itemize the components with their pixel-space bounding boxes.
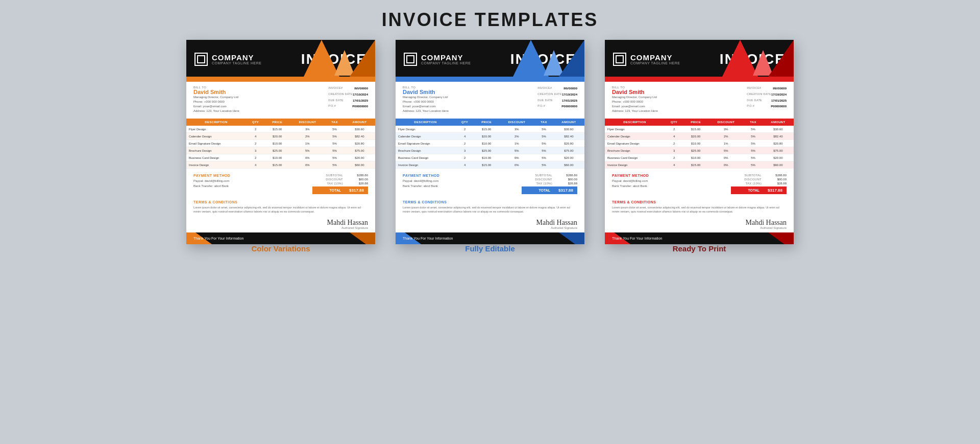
cell-tax-blue-5: 5% xyxy=(535,161,553,169)
cell-amount-blue-2: $20.80 xyxy=(553,140,584,147)
th-amt-r: AMOUNT xyxy=(763,119,794,126)
cell-qty-orange-5: 4 xyxy=(246,161,265,169)
cell-desc-red-4: Business Card Design xyxy=(605,154,665,161)
company-tagline-red: COMPANY TAGLINE HERE xyxy=(630,61,680,65)
terms-text-r: Lorem ipsum dolor sit amet, consectetur … xyxy=(612,205,787,214)
bottom-label-red: Ready To Print xyxy=(673,244,726,253)
total-label-b: TOTAL xyxy=(534,187,554,194)
cell-qty-red-4: 2 xyxy=(665,154,683,161)
cell-amount-red-4: $20.00 xyxy=(763,154,794,161)
table-row: Invoice Design4$15.000%5%$60.00 xyxy=(186,161,375,169)
cell-price-red-5: $15.00 xyxy=(683,161,708,169)
table-row: Invoice Design4$15.000%5%$60.00 xyxy=(396,161,584,169)
tax-val-b: $28.88 xyxy=(559,182,577,185)
th-amt-o: AMOUNT xyxy=(344,119,375,126)
po-label-r: P.O.# xyxy=(747,104,754,109)
signature-area-blue: Mahdi Hassan Authored Signature xyxy=(396,217,584,232)
th-disc-b: DISCOUNT xyxy=(499,119,534,126)
creation-val-b: 17/10/2024 xyxy=(562,92,577,98)
totals-area-blue: SUBTOTAL $288.80 DISCOUNT $00.00 TAX (10… xyxy=(522,174,577,194)
th-disc-o: DISCOUNT xyxy=(289,119,325,126)
table-row: Brochure Design3$25.005%5%$75.00 xyxy=(186,147,375,154)
cell-price-blue-1: $20.00 xyxy=(474,133,499,140)
client-email-blue: Email: youe@email.com xyxy=(403,104,449,109)
cell-tax-orange-0: 5% xyxy=(326,126,344,133)
cell-discount-blue-4: 0% xyxy=(499,154,534,161)
cell-price-red-4: $10.00 xyxy=(683,154,708,161)
items-table-red: DESCRIPTION QTY PRICE DISCOUNT TAX AMOUN… xyxy=(605,119,794,169)
invoice-no-label-r: INVOICE# xyxy=(747,86,761,91)
th-desc-b: DESCRIPTION xyxy=(396,119,455,126)
total-final-red: TOTAL $317.88 xyxy=(731,186,787,194)
bottom-label-blue: Fully Editable xyxy=(465,244,515,253)
cell-qty-orange-2: 2 xyxy=(246,140,265,147)
cell-tax-orange-1: 5% xyxy=(326,133,344,140)
payment-label-red: PAYMENT METHOD xyxy=(612,174,649,177)
cell-amount-orange-0: $30.60 xyxy=(344,126,375,133)
payment-label-blue: PAYMENT METHOD xyxy=(403,174,439,177)
client-phone-blue: Phone: +000 000 0000 xyxy=(403,100,449,104)
client-role-blue: Managing Director, Company Ltd xyxy=(403,95,449,100)
th-qty-o: QTY xyxy=(246,119,265,126)
signature-area-red: Mahdi Hassan Authored Signature xyxy=(605,217,794,232)
bank-blue: Bank Transfer: abcd Bank xyxy=(403,184,439,189)
client-name-orange: David Smith xyxy=(193,89,239,95)
cell-price-blue-2: $10.00 xyxy=(474,140,499,147)
client-address-blue: Address: 123, Your Location Here xyxy=(403,109,449,113)
footer-text-r: Thank You For Your Information xyxy=(612,237,662,240)
payment-method-blue: PAYMENT METHOD Paypal: david@billing.com… xyxy=(403,174,439,194)
cell-amount-orange-3: $75.00 xyxy=(344,147,375,154)
company-logo-blue: COMPANY COMPANY TAGLINE HERE xyxy=(404,53,471,66)
invoice-header-orange: COMPANY COMPANY TAGLINE HERE INVOICE xyxy=(186,40,375,77)
logo-icon-red xyxy=(613,53,626,66)
items-table-orange: DESCRIPTION QTY PRICE DISCOUNT TAX AMOUN… xyxy=(186,119,375,169)
logo-icon-blue xyxy=(404,53,417,66)
cell-desc-red-1: Calender Design xyxy=(605,133,665,140)
table-row: Email Signature Design2$10.001%5%$20.80 xyxy=(605,140,794,147)
th-price-b: PRICE xyxy=(474,119,499,126)
invoice-no-val-r: INV00000 xyxy=(773,86,787,91)
client-role-red: Managing Director, Company Ltd xyxy=(612,95,658,100)
client-phone-orange: Phone: +000 000 0000 xyxy=(193,100,239,104)
tax-label-o: TAX (10%) xyxy=(312,182,343,185)
client-email-red: Email: youe@email.com xyxy=(612,104,658,109)
th-qty-b: QTY xyxy=(455,119,474,126)
signature-label-o: Authored Signature xyxy=(193,226,368,229)
due-val-b: 17/01/2025 xyxy=(562,98,577,104)
company-text-orange: COMPANY COMPANY TAGLINE HERE xyxy=(212,54,261,65)
cell-qty-red-0: 2 xyxy=(665,126,683,133)
cell-desc-red-3: Brochure Design xyxy=(605,147,665,154)
cell-discount-orange-3: 5% xyxy=(289,147,325,154)
signature-text-r: Mahdi Hassan xyxy=(612,219,787,226)
template-red-wrapper: COMPANY COMPANY TAGLINE HERE INVOICE BIL… xyxy=(605,40,794,253)
invoice-no-label-o: INVOICE# xyxy=(328,86,342,91)
po-val-r: P00000000 xyxy=(771,104,787,109)
cell-desc-orange-0: Flyer Design xyxy=(186,126,246,133)
payment-method-orange: PAYMENT METHOD Paypal: david@billing.com… xyxy=(193,174,230,194)
terms-label-r: TERMS & CONDITIONS xyxy=(612,200,787,204)
cell-price-orange-3: $25.00 xyxy=(265,147,289,154)
cell-price-blue-0: $15.00 xyxy=(474,126,499,133)
subtotal-label-o: SUBTOTAL xyxy=(312,174,343,177)
cell-discount-blue-5: 0% xyxy=(499,161,534,169)
invoice-header-blue: COMPANY COMPANY TAGLINE HERE INVOICE xyxy=(396,40,584,77)
cell-tax-red-0: 5% xyxy=(744,126,763,133)
due-val-o: 17/01/2025 xyxy=(353,98,368,104)
th-qty-r: QTY xyxy=(665,119,683,126)
template-blue-wrapper: COMPANY COMPANY TAGLINE HERE INVOICE BIL… xyxy=(396,40,584,253)
signature-label-r: Authored Signature xyxy=(612,226,787,229)
due-val-r: 17/01/2025 xyxy=(771,98,787,104)
bill-section-blue: BILL TO David Smith Managing Director, C… xyxy=(396,82,584,115)
paypal-red: Paypal: david@billing.com xyxy=(612,179,649,184)
cell-desc-orange-4: Business Card Design xyxy=(186,154,246,161)
subtotal-val-o: $288.80 xyxy=(350,174,368,177)
company-text-blue: COMPANY COMPANY TAGLINE HERE xyxy=(421,54,471,65)
company-tagline-blue: COMPANY TAGLINE HERE xyxy=(421,61,471,65)
invoice-meta-red: INVOICE# INV00000 CREATION DATE 17/10/20… xyxy=(747,86,787,110)
invoice-no-val-o: INV00000 xyxy=(354,86,368,91)
cell-discount-red-2: 1% xyxy=(708,140,744,147)
th-tax-o: TAX xyxy=(326,119,344,126)
subtotal-label-r: SUBTOTAL xyxy=(731,174,762,177)
cell-tax-red-2: 5% xyxy=(744,140,763,147)
paypal-blue: Paypal: david@billing.com xyxy=(403,179,439,184)
